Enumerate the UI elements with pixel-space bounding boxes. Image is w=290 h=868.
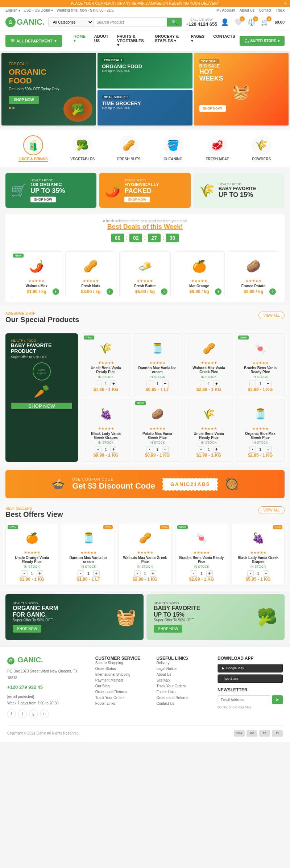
footer-link-track[interactable]: Track Your Orders [95, 696, 149, 700]
nav-item-pages[interactable]: PAGES ▾ [187, 30, 209, 51]
footer-ul-sitemap[interactable]: Sitemap [156, 678, 210, 682]
cat-item-powders[interactable]: 🌾 POWDERS [252, 135, 272, 162]
all-department-button[interactable]: ☰ ALL DEPARTMENT ▾ [5, 35, 62, 47]
sp-qty-minus-1[interactable]: - [146, 380, 153, 387]
wishlist-icon[interactable]: 🤍0 [234, 18, 242, 26]
add-to-cart-0[interactable]: + [53, 288, 59, 295]
social-twitter[interactable]: t [18, 709, 27, 718]
bottom-promo-organic-btn[interactable]: SHOP NOW [13, 625, 41, 633]
seller-qty-plus-2[interactable]: + [150, 570, 156, 577]
nav-item-contacts[interactable]: CONTACTS [209, 30, 239, 51]
sp-qty-minus-2[interactable]: - [198, 380, 204, 387]
currency-selector[interactable]: USD - US Dollar ▾ [24, 8, 53, 12]
add-to-cart-2[interactable]: + [161, 288, 167, 295]
seller-qty-minus-1[interactable]: - [78, 570, 84, 577]
sp-qty-minus-0[interactable]: - [95, 380, 102, 387]
footer-ul-returns[interactable]: Orders and Returns [156, 696, 210, 700]
search-input[interactable] [94, 18, 167, 26]
nav-item-grocery[interactable]: GROCERY & STAPLES ▾ [150, 30, 186, 51]
footer-ul-footer[interactable]: Footer Links [156, 690, 210, 694]
organic-badge: 100%organic [33, 362, 51, 380]
footer-link-footer[interactable]: Footer Links [95, 702, 149, 705]
cat-item-meat[interactable]: 🥩 FRESH MEAT [206, 135, 229, 162]
about-us-link[interactable]: About Us [240, 8, 254, 12]
slide-dot-1[interactable] [9, 107, 11, 109]
footer-ul-contact[interactable]: Contact Us [156, 702, 210, 705]
footer-ul-delivery[interactable]: Delivery [156, 661, 210, 665]
cart-icon[interactable]: 🛒0 [261, 18, 269, 26]
footer-ul-legal[interactable]: Legal Notice [156, 667, 210, 671]
hero-right-shop-button[interactable]: SHOP NOW! [199, 105, 226, 112]
seller-qty-plus-1[interactable]: + [93, 570, 100, 577]
sp-qty-minus-6[interactable]: - [198, 446, 204, 453]
seller-qty-minus-2[interactable]: - [134, 570, 141, 577]
cat-item-cleaning[interactable]: 🪣 CLEANING [163, 135, 183, 162]
seller-img-3: 🍬 [189, 527, 214, 549]
footer-link-returns[interactable]: Orders and Returns [95, 690, 149, 694]
newsletter-submit-button[interactable]: ➤ [272, 695, 283, 704]
newsletter-email-input[interactable] [218, 695, 270, 704]
special-shop-button[interactable]: SHOP NOW [11, 403, 72, 410]
sp-qty-plus-3[interactable]: + [265, 380, 272, 387]
social-facebook[interactable]: f [7, 709, 16, 718]
google-play-button[interactable]: ▶ Google Play [218, 664, 283, 672]
product-stars-4: ★★★★★ [232, 279, 275, 283]
track-link[interactable]: Track [276, 8, 285, 12]
sp-qty-minus-3[interactable]: - [249, 380, 256, 387]
footer-ul-about[interactable]: About Us [156, 672, 210, 676]
sp-img-0: 🌾 [93, 337, 119, 359]
site-logo[interactable]: G GANIC. [5, 17, 45, 27]
footer-ul-track[interactable]: Track Your Orders [156, 684, 210, 688]
user-icon[interactable]: 👤 [221, 18, 229, 26]
best-sellers-view-all[interactable]: VIEW ALL [258, 506, 285, 514]
sp-qty-plus-4[interactable]: + [111, 446, 117, 453]
footer-link-intl-shipping[interactable]: International Shipping [95, 672, 149, 676]
footer-link-payment[interactable]: Payment Method [95, 678, 149, 682]
special-product-6: 🌾 ★★★★★ Uncle Bens Vania Ready Pice IN S… [185, 399, 233, 462]
compare-icon[interactable]: ⚖️0 [248, 18, 256, 26]
super-store-button[interactable]: 🏪 SUPER STORE ▾ [240, 36, 285, 46]
bottom-promo-baby-btn[interactable]: SHOP NOW [154, 625, 182, 633]
social-linkedin[interactable]: in [40, 709, 49, 718]
sp-qty-plus-5[interactable]: + [162, 446, 169, 453]
seller-qty-minus-3[interactable]: - [191, 570, 197, 577]
sp-qty-plus-7[interactable]: + [265, 446, 272, 453]
special-view-all-button[interactable]: VIEW ALL [258, 312, 285, 319]
social-google[interactable]: g [29, 709, 38, 718]
footer-link-secure[interactable]: Secure Shopping [95, 661, 149, 665]
cat-item-vegetables[interactable]: 🥦 VEGETABLES [70, 135, 95, 162]
category-dropdown[interactable]: All Categories Fruits & Vegetables Groce… [49, 18, 94, 26]
promo-btn-hygiene[interactable]: SHOP NOW [124, 197, 150, 202]
sp-qty-minus-4[interactable]: - [95, 446, 102, 453]
hero-main-shop-button[interactable]: SHOP NOW [9, 96, 39, 104]
footer-link-order-status[interactable]: Order Status [95, 667, 149, 671]
sp-qty-minus-5[interactable]: - [146, 446, 153, 453]
search-button[interactable]: 🔍 [167, 18, 182, 26]
slide-dot-2[interactable] [12, 107, 14, 109]
sp-stars-5: ★★★★★ [137, 427, 178, 431]
nav-item-home[interactable]: HOME ▾ [69, 30, 90, 51]
seller-qty-plus-0[interactable]: + [37, 570, 43, 577]
seller-qty-minus-4[interactable]: - [247, 570, 254, 577]
sp-qty-minus-7[interactable]: - [249, 446, 256, 453]
sp-qty-plus-1[interactable]: + [162, 380, 169, 387]
seller-qty-minus-0[interactable]: - [21, 570, 28, 577]
coupon-code[interactable]: GANIC21AB5 [162, 478, 218, 491]
app-store-button[interactable]: App Store [218, 674, 283, 683]
close-icon[interactable]: × [284, 1, 286, 5]
footer-link-blog[interactable]: Our Blog [95, 684, 149, 688]
contact-link[interactable]: Contact [259, 8, 271, 12]
seller-qty-plus-3[interactable]: + [206, 570, 213, 577]
sp-qty-plus-6[interactable]: + [214, 446, 220, 453]
nav-item-about[interactable]: ABOUT US [90, 30, 113, 51]
sp-qty-plus-0[interactable]: + [111, 380, 117, 387]
my-account-link[interactable]: My Account [216, 8, 235, 12]
product-name-3: Mat Orange [178, 284, 221, 288]
nav-item-fruits[interactable]: FRUITS & VEGETABLES ▾ [113, 30, 150, 51]
cat-item-nuts[interactable]: 🥜 FRESH NUTS [117, 135, 141, 162]
promo-btn-organic[interactable]: SHOP NOW [30, 197, 56, 202]
language-selector[interactable]: English ▾ [5, 8, 20, 12]
seller-qty-plus-4[interactable]: + [263, 570, 269, 577]
sp-qty-plus-2[interactable]: + [214, 380, 220, 387]
cat-item-juice[interactable]: 🧃 JUICE & DRINKS [18, 135, 48, 162]
